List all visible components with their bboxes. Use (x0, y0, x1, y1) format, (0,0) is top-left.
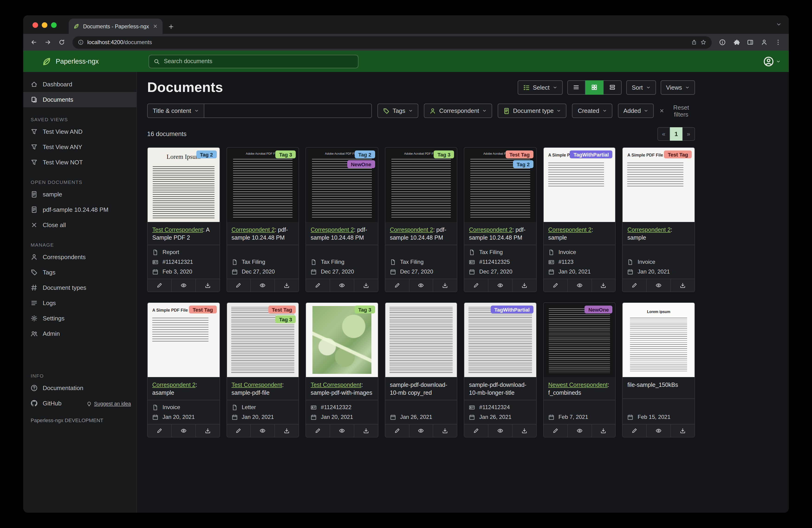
document-card[interactable]: Test TagTag 3 Test Correspondent: sample… (226, 302, 299, 438)
sidebar-item-dashboard[interactable]: Dashboard (23, 76, 136, 92)
tag-badge[interactable]: Test Tag (506, 151, 533, 158)
document-thumbnail[interactable]: A Simple PDF File Test Tag (148, 303, 219, 377)
edit-button[interactable] (623, 425, 647, 437)
sidebar-item-documents[interactable]: Documents (23, 92, 136, 107)
sidebar-item-documentation[interactable]: Documentation (23, 380, 136, 396)
site-info-icon[interactable] (78, 40, 84, 45)
added-filter-button[interactable]: Added (618, 103, 654, 118)
app-brand[interactable]: Paperless-ngx (42, 56, 148, 66)
correspondent-link[interactable]: Correspondent 2 (310, 227, 354, 233)
sidebar-item-pdf-sample-10-24-48-pm[interactable]: pdf-sample 10.24.48 PM (23, 202, 136, 217)
correspondent-link[interactable]: Correspondent 2 (390, 227, 433, 233)
edit-button[interactable] (227, 279, 250, 291)
download-button[interactable] (591, 279, 615, 291)
suggest-idea-link[interactable]: Suggest an idea (87, 401, 131, 406)
download-button[interactable] (275, 425, 299, 437)
preview-button[interactable] (250, 425, 275, 437)
document-thumbnail[interactable]: Tag 3 (306, 303, 378, 377)
edit-button[interactable] (623, 279, 647, 291)
minimize-window-button[interactable] (42, 22, 47, 28)
download-button[interactable] (670, 425, 695, 437)
download-button[interactable] (670, 279, 695, 291)
download-button[interactable] (354, 425, 378, 437)
document-thumbnail[interactable]: Adobe Acrobat PDF Files Test TagTag 2 (464, 148, 536, 222)
document-card[interactable]: Adobe Acrobat PDF Files Tag 3 Correspond… (385, 147, 457, 292)
edit-button[interactable] (148, 425, 171, 437)
edit-button[interactable] (464, 425, 488, 437)
download-button[interactable] (591, 425, 615, 437)
new-tab-button[interactable] (168, 24, 174, 30)
tag-badge[interactable]: Tag 3 (275, 315, 296, 323)
previous-page-button[interactable]: « (657, 127, 670, 141)
browser-menu-icon[interactable] (772, 36, 784, 48)
reload-button[interactable] (56, 36, 68, 48)
download-button[interactable] (354, 279, 378, 291)
download-button[interactable] (195, 425, 219, 437)
preview-button[interactable] (647, 425, 671, 437)
preview-button[interactable] (488, 425, 512, 437)
document-thumbnail[interactable]: NewOne (543, 303, 615, 377)
sidebar-item-test-view-and[interactable]: Test View AND (23, 124, 136, 139)
tag-badge[interactable]: Tag 2 (355, 151, 375, 158)
sidebar-item-logs[interactable]: Logs (23, 295, 136, 311)
preview-button[interactable] (409, 425, 433, 437)
document-type-filter-button[interactable]: Document type (498, 103, 567, 118)
document-card[interactable]: Adobe Acrobat PDF Files Test TagTag 2 Co… (464, 147, 537, 292)
document-card[interactable]: NewOne Newest Correspondent: f_combineds… (543, 302, 616, 438)
tag-badge[interactable]: Tag 3 (355, 305, 375, 313)
views-button[interactable]: Views (661, 80, 695, 95)
details-view-button[interactable] (603, 80, 621, 95)
document-thumbnail[interactable]: A Simple PDF File Test Tag (623, 148, 695, 222)
title-content-dropdown[interactable]: Title & content (147, 103, 204, 118)
sidebar-item-sample[interactable]: sample (23, 187, 136, 202)
tag-badge[interactable]: Test Tag (664, 151, 692, 158)
share-icon[interactable] (691, 40, 697, 45)
document-card[interactable]: Tag 3 Test Correspondent: sample-pdf-wit… (305, 302, 378, 438)
tag-badge[interactable]: Tag 2 (513, 160, 534, 168)
side-panel-icon[interactable] (744, 36, 756, 48)
global-search[interactable] (148, 55, 359, 68)
sidebar-item-test-view-any[interactable]: Test View ANY (23, 139, 136, 155)
close-window-button[interactable] (32, 22, 38, 28)
page-status-icon[interactable] (716, 36, 728, 48)
grid-view-button[interactable] (585, 80, 603, 95)
sort-button[interactable]: Sort (626, 80, 656, 95)
download-button[interactable] (275, 279, 299, 291)
correspondent-link[interactable]: Correspondent 2 (548, 227, 592, 233)
tag-badge[interactable]: TagWithPartial (570, 151, 613, 158)
list-view-button[interactable] (567, 80, 585, 95)
preview-button[interactable] (250, 279, 275, 291)
edit-button[interactable] (306, 425, 330, 437)
document-card[interactable]: A Simple PDF File Test Tag Correspondent… (147, 302, 220, 438)
preview-button[interactable] (330, 279, 354, 291)
document-card[interactable]: Lorem ipsum file-sample_150kBs Feb 15, 2… (622, 302, 695, 438)
document-thumbnail[interactable]: Adobe Acrobat PDF Files Tag 3 (385, 148, 457, 222)
correspondent-link[interactable]: Newest Correspondent (548, 382, 608, 388)
document-card[interactable]: A Simple PDF File Test Tag Correspondent… (622, 147, 695, 292)
address-bar[interactable]: localhost:4200/documents (72, 36, 712, 48)
correspondent-link[interactable]: Correspondent 2 (469, 227, 512, 233)
edit-button[interactable] (543, 279, 567, 291)
preview-button[interactable] (567, 425, 591, 437)
back-button[interactable] (28, 36, 40, 48)
document-card[interactable]: A Simple PDF File TagWithPartial Corresp… (543, 147, 616, 292)
document-thumbnail[interactable]: Lorem ipsum (623, 303, 695, 377)
tab-close-icon[interactable] (153, 24, 158, 29)
preview-button[interactable] (171, 279, 195, 291)
preview-button[interactable] (488, 279, 512, 291)
edit-button[interactable] (543, 425, 567, 437)
tag-badge[interactable]: Tag 3 (275, 151, 296, 158)
document-thumbnail[interactable] (385, 303, 457, 377)
preview-button[interactable] (171, 425, 195, 437)
document-card[interactable]: Adobe Acrobat PDF Files Tag 3 Correspond… (226, 147, 299, 292)
download-button[interactable] (512, 279, 536, 291)
tag-badge[interactable]: NewOne (585, 305, 613, 313)
download-button[interactable] (433, 279, 457, 291)
correspondent-link[interactable]: Test Correspondent (310, 382, 361, 388)
document-thumbnail[interactable]: TagWithPartial (464, 303, 536, 377)
document-thumbnail[interactable]: Adobe Acrobat PDF Files Tag 3 (227, 148, 299, 222)
preview-button[interactable] (330, 425, 354, 437)
tag-badge[interactable]: Test Tag (189, 305, 217, 313)
sidebar-item-document-types[interactable]: Document types (23, 280, 136, 295)
download-button[interactable] (195, 279, 219, 291)
